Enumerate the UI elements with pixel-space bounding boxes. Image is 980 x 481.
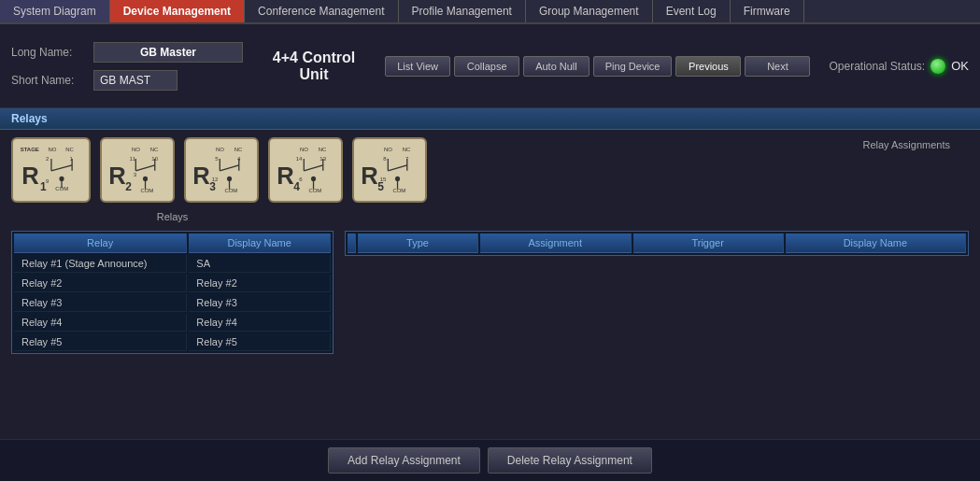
relay-card-r1[interactable]: STAGE R 1 NO NC 2 1 9 COM: [11, 137, 91, 203]
relay-card-r3[interactable]: R 3 NO NC 5 4 12 COM: [184, 137, 259, 203]
relay-card-r2[interactable]: R 2 NO NC 11 10 3 COM: [100, 137, 175, 203]
display-name-cell: Relay #4: [189, 314, 331, 332]
previous-button[interactable]: Previous: [675, 56, 741, 77]
nav-bar: System Diagram Device Management Confere…: [0, 0, 980, 24]
relays-section-header: Relays: [0, 108, 980, 130]
relay-card-r4[interactable]: R 4 NO NC 14 13 6 COM: [268, 137, 343, 203]
action-buttons: List View Collapse Auto Null Ping Device…: [385, 56, 810, 77]
svg-text:12: 12: [212, 177, 219, 182]
relay-assignments-section-label: Relay Assignments: [862, 137, 950, 152]
svg-text:COM: COM: [140, 188, 153, 193]
svg-text:R: R: [192, 163, 209, 189]
long-name-input[interactable]: [93, 42, 243, 63]
trigger-col-header: Trigger: [633, 233, 784, 253]
main-content: Relays STAGE R 1 NO NC 2 1 9: [0, 108, 980, 481]
tab-event-log[interactable]: Event Log: [653, 0, 731, 22]
svg-point-52: [311, 177, 316, 181]
svg-point-39: [227, 177, 232, 181]
svg-text:9: 9: [46, 178, 50, 184]
svg-text:NO: NO: [49, 147, 57, 152]
svg-text:NC: NC: [234, 147, 243, 152]
relay-table-row[interactable]: Relay #3 Relay #3: [14, 294, 331, 312]
tab-conference-management[interactable]: Conference Management: [245, 0, 398, 22]
svg-text:NO: NO: [384, 147, 392, 152]
relay-table: Relay Display Name Relay #1 (Stage Annou…: [11, 231, 334, 354]
tab-system-diagram[interactable]: System Diagram: [0, 0, 110, 22]
tab-device-management[interactable]: Device Management: [110, 0, 245, 22]
svg-point-65: [395, 177, 400, 181]
checkbox-col-header: [348, 233, 356, 253]
display-name-assign-col-header: Display Name: [786, 233, 966, 253]
short-name-label: Short Name:: [11, 74, 86, 87]
svg-line-38: [220, 165, 238, 171]
svg-text:STAGE: STAGE: [21, 147, 39, 152]
svg-text:4: 4: [293, 180, 300, 193]
svg-line-25: [135, 165, 154, 171]
svg-point-13: [59, 177, 64, 181]
relay-table-row[interactable]: Relay #1 (Stage Announce) SA: [14, 255, 331, 273]
svg-text:5: 5: [215, 156, 219, 162]
relay-assignments-label-right: [334, 210, 969, 223]
svg-text:NC: NC: [403, 147, 411, 152]
header-area: Long Name: Short Name: 4+4 Control Unit …: [0, 24, 980, 108]
svg-text:5: 5: [377, 180, 384, 193]
relay-cell: Relay #4: [14, 314, 187, 332]
next-button[interactable]: Next: [745, 56, 810, 77]
svg-text:R: R: [277, 163, 293, 189]
list-view-button[interactable]: List View: [385, 56, 450, 77]
svg-text:NC: NC: [150, 147, 159, 152]
assignment-table-section: Type Assignment Trigger Display Name: [345, 231, 969, 435]
svg-line-64: [388, 165, 406, 171]
relay-card-r5[interactable]: R 5 NO NC 8 7 15 COM: [352, 137, 427, 203]
svg-text:2: 2: [46, 156, 50, 162]
relay-diagrams-area: STAGE R 1 NO NC 2 1 9 COM: [0, 130, 980, 210]
section-labels-row: Relays: [0, 210, 980, 223]
type-col-header: Type: [358, 233, 478, 253]
add-relay-assignment-button[interactable]: Add Relay Assignment: [328, 447, 480, 474]
assignment-table: Type Assignment Trigger Display Name: [345, 231, 969, 256]
svg-point-26: [143, 177, 148, 181]
relay-table-section: Relay Display Name Relay #1 (Stage Annou…: [11, 231, 334, 435]
tables-area: Relay Display Name Relay #1 (Stage Annou…: [0, 227, 980, 439]
relay-cell: Relay #3: [14, 294, 187, 312]
svg-text:NO: NO: [132, 147, 140, 152]
svg-text:3: 3: [209, 180, 216, 193]
svg-text:3: 3: [134, 172, 137, 177]
svg-text:6: 6: [299, 177, 303, 182]
tab-group-management[interactable]: Group Management: [526, 0, 653, 22]
short-name-input[interactable]: [93, 70, 178, 91]
delete-relay-assignment-button[interactable]: Delete Relay Assignment: [488, 447, 652, 474]
relay-table-row[interactable]: Relay #4 Relay #4: [14, 314, 331, 332]
action-row-1: List View Collapse Auto Null Ping Device…: [385, 56, 810, 77]
svg-text:R: R: [361, 163, 377, 189]
relay-cell: Relay #1 (Stage Announce): [14, 255, 187, 273]
svg-text:R: R: [21, 163, 38, 189]
long-name-label: Long Name:: [11, 46, 86, 59]
status-value: OK: [951, 59, 969, 73]
short-name-row: Short Name:: [11, 70, 243, 91]
display-name-col-header: Display Name: [189, 233, 331, 253]
auto-null-button[interactable]: Auto Null: [523, 56, 589, 77]
relay-table-row[interactable]: Relay #2 Relay #2: [14, 275, 331, 292]
tab-firmware[interactable]: Firmware: [731, 0, 804, 22]
bottom-buttons-area: Add Relay Assignment Delete Relay Assign…: [0, 439, 980, 481]
long-name-row: Long Name:: [11, 42, 243, 63]
svg-text:NO: NO: [216, 147, 224, 152]
status-area: Operational Status: OK: [829, 59, 969, 74]
collapse-button[interactable]: Collapse: [454, 56, 519, 77]
svg-text:COM: COM: [224, 188, 237, 193]
display-name-cell: Relay #3: [189, 294, 331, 312]
svg-text:NC: NC: [65, 147, 74, 152]
relay-cell: Relay #2: [14, 275, 187, 292]
svg-text:COM: COM: [392, 188, 405, 193]
tab-profile-management[interactable]: Profile Management: [399, 0, 526, 22]
relay-table-row[interactable]: Relay #5 Relay #5: [14, 333, 331, 351]
svg-text:8: 8: [383, 156, 387, 162]
device-labels: Long Name: Short Name:: [11, 42, 243, 91]
relay-cell: Relay #5: [14, 333, 187, 351]
relays-diagram-label: Relays: [11, 210, 334, 223]
svg-text:2: 2: [125, 180, 132, 193]
ping-device-button[interactable]: Ping Device: [593, 56, 673, 77]
svg-text:15: 15: [380, 177, 387, 182]
svg-line-51: [304, 165, 322, 171]
